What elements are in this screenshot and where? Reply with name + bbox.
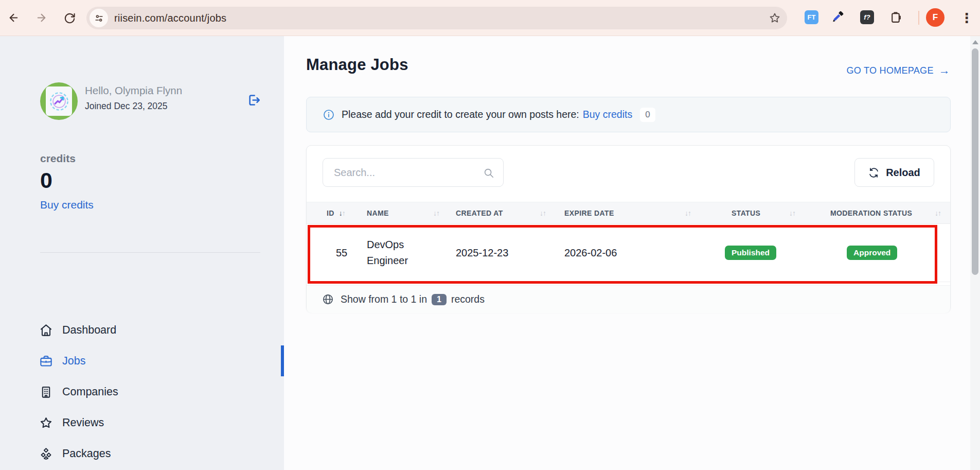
- logout-icon[interactable]: [245, 91, 262, 109]
- sort-icon[interactable]: ↓↑: [433, 210, 439, 217]
- sidebar-item-label: Dashboard: [62, 324, 116, 337]
- info-icon: [323, 109, 335, 121]
- page-scrollbar[interactable]: [970, 36, 980, 470]
- cell-expire-date: 2026-02-06: [564, 247, 732, 259]
- arrow-right-icon: →: [939, 65, 950, 76]
- buy-credits-link[interactable]: Buy credits: [40, 199, 94, 211]
- search-box: [323, 158, 504, 187]
- column-label: ID: [327, 209, 334, 217]
- packages-icon: [39, 447, 53, 461]
- toolbar-divider: [918, 11, 919, 25]
- column-header-status[interactable]: STATUS ↓↑: [732, 209, 830, 217]
- credits-value: 0: [40, 168, 52, 193]
- url-bar[interactable]: riisein.com/account/jobs: [86, 7, 787, 29]
- cell-created-at: 2025-12-23: [456, 247, 564, 259]
- whatfont-extension-icon[interactable]: f?: [860, 10, 874, 24]
- status-badge: Published: [725, 246, 776, 260]
- table-footer: Show from 1 to 1 in 1 records: [307, 285, 950, 313]
- bookmark-star-icon[interactable]: [769, 12, 781, 24]
- sidebar-item-packages[interactable]: Packages: [39, 438, 255, 469]
- cell-moderation-status: Approved: [830, 246, 950, 260]
- table-header: ID ↓↑ NAME ↓↑ CREATED AT ↓↑ EXPIRE DATE …: [307, 202, 950, 224]
- records-summary-prefix: Show from 1 to 1 in: [341, 293, 427, 305]
- column-label: EXPIRE DATE: [564, 209, 614, 217]
- sort-icon[interactable]: ↓↑: [339, 210, 345, 217]
- sidebar-item-label: Companies: [62, 386, 118, 398]
- records-count-badge: 1: [432, 294, 447, 305]
- scrollbar-thumb[interactable]: [972, 48, 978, 275]
- sidebar-item-label: Jobs: [62, 355, 85, 368]
- globe-icon: [322, 293, 334, 305]
- main-content: Manage Jobs GO TO HOMEPAGE → Please add …: [284, 36, 980, 470]
- go-to-homepage-label: GO TO HOMEPAGE: [846, 65, 933, 76]
- sidebar-item-label: Reviews: [62, 416, 104, 429]
- url-text[interactable]: riisein.com/account/jobs: [114, 12, 226, 24]
- sidebar-item-companies[interactable]: Companies: [39, 376, 255, 407]
- credits-label: credits: [40, 152, 76, 165]
- extensions-icon[interactable]: [887, 8, 904, 26]
- cell-name: DevOps Engineer: [367, 237, 456, 269]
- back-icon[interactable]: [3, 7, 24, 28]
- browser-window: riisein.com/account/jobs FT f? F ⋮ Hello…: [0, 0, 980, 470]
- search-input[interactable]: [323, 159, 503, 186]
- column-header-created-at[interactable]: CREATED AT ↓↑: [456, 209, 564, 217]
- sidebar-item-dashboard[interactable]: Dashboard: [39, 315, 255, 345]
- eyedropper-extension-icon[interactable]: [829, 8, 847, 25]
- refresh-icon: [868, 167, 879, 178]
- profile-avatar[interactable]: F: [926, 8, 945, 27]
- column-header-name[interactable]: NAME ↓↑: [367, 209, 456, 217]
- user-greeting: Hello, Olympia Flynn: [85, 84, 182, 97]
- moderation-status-badge: Approved: [847, 246, 897, 260]
- column-label: MODERATION STATUS: [830, 209, 912, 217]
- avatar-logo: [46, 86, 72, 116]
- column-header-moderation-status[interactable]: MODERATION STATUS ↓↑: [830, 209, 950, 217]
- cell-status: Published: [732, 246, 830, 260]
- user-info: Hello, Olympia Flynn Joined Dec 23, 2025: [85, 84, 182, 112]
- reload-button[interactable]: Reload: [854, 158, 934, 187]
- sidebar: Hello, Olympia Flynn Joined Dec 23, 2025…: [0, 36, 284, 470]
- sort-icon[interactable]: ↓↑: [935, 210, 941, 217]
- site-settings-icon[interactable]: [90, 9, 108, 27]
- banner-credits-count: 0: [640, 108, 655, 122]
- app-content: Hello, Olympia Flynn Joined Dec 23, 2025…: [0, 36, 980, 470]
- jobs-table-card: Reload ID ↓↑ NAME ↓↑ CREATED AT ↓↑: [306, 145, 951, 312]
- sidebar-divider: [40, 252, 260, 253]
- browser-menu-icon[interactable]: ⋮: [956, 7, 977, 29]
- home-icon: [39, 323, 53, 337]
- go-to-homepage-link[interactable]: GO TO HOMEPAGE →: [846, 65, 950, 76]
- sidebar-nav: Dashboard Jobs Companies Reviews Package…: [39, 315, 255, 469]
- banner-buy-credits-link[interactable]: Buy credits: [583, 109, 632, 120]
- search-icon: [483, 167, 494, 179]
- building-icon: [39, 385, 53, 399]
- sidebar-item-label: Packages: [62, 447, 111, 460]
- credit-info-banner: Please add your credit to create your ow…: [306, 97, 951, 132]
- scrollbar-up-arrow-icon[interactable]: [972, 40, 978, 44]
- reload-button-label: Reload: [886, 167, 920, 179]
- page-title: Manage Jobs: [306, 56, 408, 74]
- cell-id: 55: [327, 247, 367, 259]
- table-row[interactable]: 55 DevOps Engineer 2025-12-23 2026-02-06…: [307, 224, 950, 282]
- column-header-expire-date[interactable]: EXPIRE DATE ↓↑: [564, 209, 732, 217]
- user-joined-date: Joined Dec 23, 2025: [85, 101, 182, 112]
- banner-text: Please add your credit to create your ow…: [342, 109, 579, 120]
- avatar: [40, 82, 78, 120]
- browser-toolbar: riisein.com/account/jobs FT f? F ⋮: [0, 0, 980, 36]
- sort-icon[interactable]: ↓↑: [685, 210, 691, 217]
- briefcase-icon: [39, 354, 53, 368]
- column-label: CREATED AT: [456, 209, 503, 217]
- sidebar-item-jobs[interactable]: Jobs: [39, 345, 255, 376]
- column-header-id[interactable]: ID ↓↑: [327, 209, 367, 217]
- column-label: NAME: [367, 209, 389, 217]
- sort-icon[interactable]: ↓↑: [789, 210, 795, 217]
- column-label: STATUS: [732, 209, 760, 217]
- sort-icon[interactable]: ↓↑: [540, 210, 546, 217]
- star-icon: [39, 416, 53, 430]
- forward-icon[interactable]: [31, 7, 51, 28]
- reload-page-icon[interactable]: [59, 7, 80, 28]
- fonts-extension-icon[interactable]: FT: [805, 10, 818, 24]
- sidebar-item-reviews[interactable]: Reviews: [39, 407, 255, 438]
- records-summary-suffix: records: [451, 293, 485, 305]
